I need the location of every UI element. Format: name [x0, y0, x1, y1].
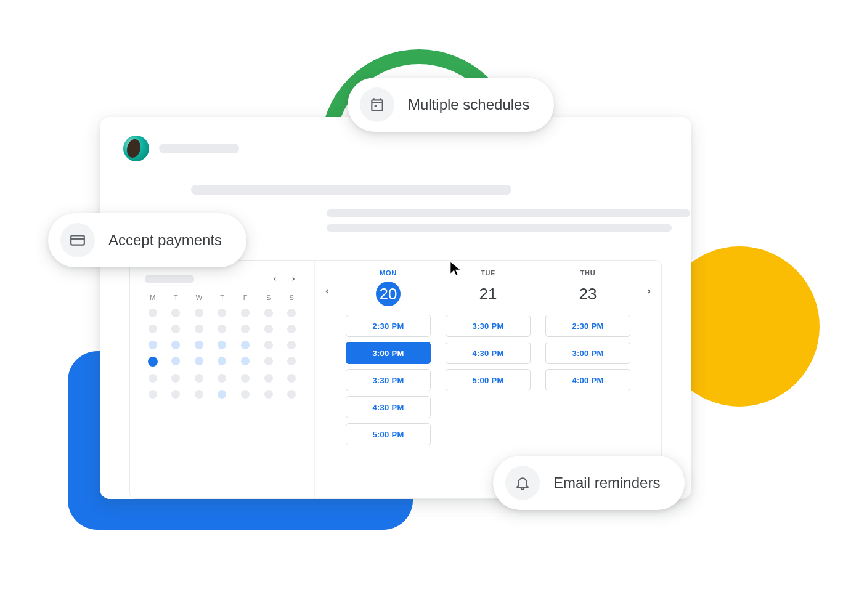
mini-cal-next-button[interactable]: [287, 273, 299, 285]
feature-pill-schedules: Multiple schedules: [348, 78, 554, 132]
calendar-day[interactable]: [195, 325, 203, 333]
time-slot-button[interactable]: 4:00 PM: [545, 369, 630, 391]
time-slot-button[interactable]: 2:30 PM: [346, 315, 431, 337]
time-slot-button[interactable]: 5:00 PM: [346, 423, 431, 445]
calendar-day[interactable]: [148, 357, 158, 367]
feature-pill-payments: Accept payments: [48, 213, 246, 267]
calendar-day[interactable]: [171, 341, 180, 349]
calendar-day[interactable]: [171, 357, 180, 365]
calendar-day[interactable]: [241, 357, 250, 365]
calendar-icon: [360, 87, 394, 122]
feature-pill-reminders: Email reminders: [493, 456, 685, 510]
calendar-day[interactable]: [218, 357, 226, 365]
dow-label: T: [174, 294, 178, 301]
calendar-day[interactable]: [287, 309, 296, 317]
dow-label: S: [290, 294, 294, 301]
day-header-number[interactable]: 20: [376, 282, 401, 306]
feature-pill-label: Multiple schedules: [408, 96, 529, 113]
calendar-day[interactable]: [195, 341, 203, 349]
calendar-day[interactable]: [287, 390, 296, 399]
chevron-right-icon: [290, 276, 296, 282]
time-slot-button[interactable]: 3:30 PM: [446, 315, 531, 337]
credit-card-icon: [60, 223, 95, 257]
dow-label: M: [150, 294, 155, 301]
time-slot-button[interactable]: 4:30 PM: [346, 396, 431, 418]
calendar-day[interactable]: [149, 309, 157, 317]
placeholder-line-2: [327, 224, 672, 232]
placeholder-month: [145, 275, 194, 283]
calendar-day[interactable]: [149, 390, 157, 399]
day-header-dow: TUE: [481, 269, 495, 277]
calendar-day[interactable]: [264, 309, 273, 317]
calendar-day[interactable]: [241, 390, 250, 399]
svg-rect-0: [71, 235, 84, 245]
calendar-day[interactable]: [241, 341, 250, 349]
booking-card: MTWTFSS MON202:30 PM3:00 PM3:30 PM4:30 P…: [100, 117, 691, 499]
dow-label: S: [266, 294, 271, 301]
calendar-day[interactable]: [264, 341, 273, 349]
calendar-day[interactable]: [287, 374, 296, 383]
time-slot-button[interactable]: 5:00 PM: [446, 369, 531, 391]
calendar-day[interactable]: [287, 341, 296, 349]
calendar-day[interactable]: [171, 374, 180, 383]
time-slot-button[interactable]: 3:30 PM: [346, 369, 431, 391]
day-header-dow: THU: [580, 269, 595, 277]
calendar-day[interactable]: [264, 390, 273, 399]
calendar-day[interactable]: [264, 357, 273, 365]
day-header-number[interactable]: 23: [576, 282, 600, 306]
placeholder-name: [159, 144, 239, 153]
day-header-dow: MON: [380, 269, 396, 277]
time-slot-button[interactable]: 2:30 PM: [545, 315, 630, 337]
calendar-day[interactable]: [195, 390, 203, 399]
slots-prev-button[interactable]: [320, 288, 335, 295]
chevron-left-icon: [272, 276, 278, 282]
dow-label: T: [220, 294, 224, 301]
chevron-right-icon: [645, 288, 653, 295]
avatar: [123, 136, 149, 161]
calendar-day[interactable]: [195, 374, 203, 383]
feature-pill-label: Accept payments: [108, 232, 222, 249]
calendar-day[interactable]: [241, 374, 250, 383]
time-slot-button[interactable]: 3:00 PM: [346, 342, 431, 364]
chevron-left-icon: [324, 288, 331, 295]
placeholder-title: [191, 185, 511, 195]
calendar-day[interactable]: [264, 325, 273, 333]
calendar-day[interactable]: [264, 374, 273, 383]
calendar-day[interactable]: [195, 357, 203, 365]
calendar-day[interactable]: [287, 357, 296, 365]
bell-icon: [505, 466, 540, 500]
dow-label: F: [243, 294, 248, 301]
slots-next-button[interactable]: [641, 288, 656, 295]
mini-cal-prev-button[interactable]: [269, 273, 281, 285]
day-header-number[interactable]: 21: [476, 282, 500, 306]
calendar-day[interactable]: [149, 341, 157, 349]
calendar-day[interactable]: [241, 309, 250, 317]
calendar-day[interactable]: [218, 374, 226, 383]
time-slot-button[interactable]: 3:00 PM: [545, 342, 630, 364]
calendar-day[interactable]: [171, 325, 180, 333]
feature-pill-label: Email reminders: [553, 474, 660, 492]
calendar-day[interactable]: [218, 390, 226, 399]
calendar-day[interactable]: [218, 341, 226, 349]
calendar-day[interactable]: [171, 390, 180, 399]
placeholder-line-1: [327, 209, 690, 217]
mini-calendar: MTWTFSS: [130, 261, 315, 498]
calendar-day[interactable]: [287, 325, 296, 333]
calendar-day[interactable]: [149, 374, 157, 383]
dow-label: W: [196, 294, 202, 301]
calendar-day[interactable]: [218, 309, 226, 317]
calendar-day[interactable]: [241, 325, 250, 333]
calendar-day[interactable]: [171, 309, 180, 317]
calendar-day[interactable]: [149, 325, 157, 333]
calendar-day[interactable]: [218, 325, 226, 333]
time-slot-button[interactable]: 4:30 PM: [446, 342, 531, 364]
calendar-day[interactable]: [195, 309, 203, 317]
